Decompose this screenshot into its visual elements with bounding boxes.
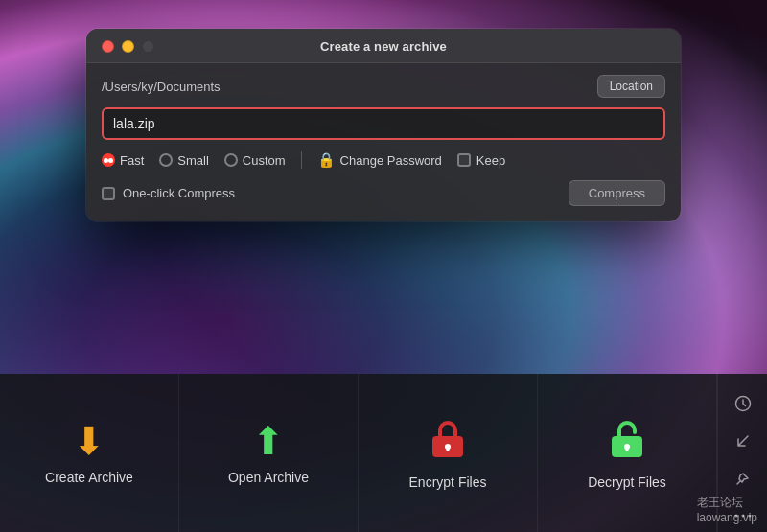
vertical-divider bbox=[301, 151, 302, 169]
lock-icon: 🔒 bbox=[317, 151, 336, 169]
change-password-label: Change Password bbox=[340, 153, 442, 168]
change-password-button[interactable]: 🔒 Change Password bbox=[317, 151, 442, 169]
svg-rect-5 bbox=[626, 447, 629, 451]
radio-small[interactable]: Small bbox=[159, 153, 209, 168]
dock-item-create-archive[interactable]: ⬇ Create Archive bbox=[0, 374, 179, 532]
dialog-titlebar: Create a new archive bbox=[86, 29, 681, 63]
open-archive-icon: ⬆ bbox=[252, 422, 285, 460]
radio-fast-label: Fast bbox=[120, 153, 144, 168]
collapse-button[interactable] bbox=[726, 425, 760, 458]
one-click-label: One-click Compress bbox=[123, 186, 235, 200]
radio-fast[interactable]: Fast bbox=[102, 153, 144, 168]
svg-rect-2 bbox=[447, 447, 450, 451]
archive-dialog: Create a new archive /Users/ky/Documents… bbox=[86, 29, 681, 221]
dialog-title: Create a new archive bbox=[320, 39, 447, 54]
path-row: /Users/ky/Documents Location bbox=[102, 75, 665, 98]
radio-small-label: Small bbox=[177, 153, 209, 168]
one-click-checkbox[interactable] bbox=[102, 187, 115, 200]
decrypt-files-label: Decrypt Files bbox=[588, 474, 666, 490]
options-row: Fast Small Custom 🔒 Change Password bbox=[102, 151, 665, 169]
dock-items: ⬇ Create Archive ⬆ Open Archive Encrypt … bbox=[0, 374, 717, 532]
maximize-button bbox=[142, 40, 154, 53]
current-path: /Users/ky/Documents bbox=[102, 80, 221, 94]
radio-fast-circle bbox=[102, 153, 115, 167]
location-button[interactable]: Location bbox=[597, 75, 665, 98]
filename-input[interactable] bbox=[102, 107, 665, 140]
one-click-group[interactable]: One-click Compress bbox=[102, 186, 235, 200]
dock-item-open-archive[interactable]: ⬆ Open Archive bbox=[179, 374, 359, 532]
keep-checkbox[interactable] bbox=[457, 153, 471, 167]
keep-group[interactable]: Keep bbox=[457, 153, 505, 168]
traffic-lights bbox=[102, 40, 154, 53]
create-archive-icon: ⬇ bbox=[73, 422, 105, 460]
radio-custom[interactable]: Custom bbox=[224, 153, 286, 168]
history-button[interactable] bbox=[726, 387, 760, 421]
close-button[interactable] bbox=[102, 40, 114, 53]
compress-button[interactable]: Compress bbox=[569, 180, 665, 206]
dock-item-decrypt-files[interactable]: Decrypt Files bbox=[538, 374, 717, 532]
watermark: 老王论坛 laowang.vip bbox=[697, 495, 757, 524]
decrypt-files-icon bbox=[608, 417, 646, 465]
minimize-button[interactable] bbox=[122, 40, 134, 53]
dock-toolbar: ⬇ Create Archive ⬆ Open Archive Encrypt … bbox=[0, 374, 767, 532]
open-archive-label: Open Archive bbox=[228, 470, 309, 485]
dock-item-encrypt-files[interactable]: Encrypt Files bbox=[359, 374, 538, 532]
bottom-row: One-click Compress Compress bbox=[102, 180, 665, 206]
radio-custom-label: Custom bbox=[243, 153, 286, 168]
radio-small-circle bbox=[159, 153, 173, 167]
pin-button[interactable] bbox=[726, 462, 760, 496]
create-archive-label: Create Archive bbox=[45, 470, 133, 485]
dialog-body: /Users/ky/Documents Location Fast Small bbox=[86, 63, 681, 221]
keep-label: Keep bbox=[476, 153, 505, 168]
radio-custom-circle bbox=[224, 153, 238, 167]
encrypt-files-icon bbox=[429, 417, 467, 465]
encrypt-files-label: Encrypt Files bbox=[409, 474, 487, 490]
